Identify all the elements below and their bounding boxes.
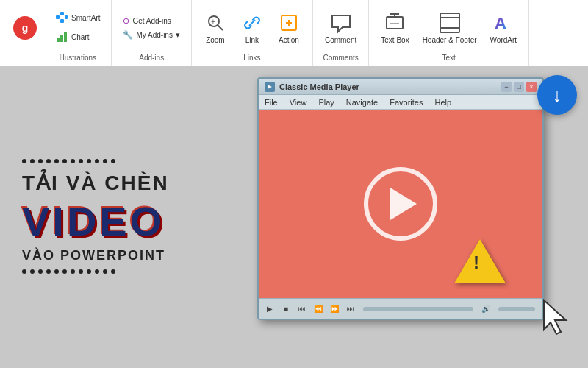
dot: [103, 159, 107, 163]
volume-bar[interactable]: [498, 307, 535, 311]
dot: [62, 269, 67, 274]
progress-bar[interactable]: [363, 307, 473, 311]
close-button[interactable]: ×: [526, 82, 537, 92]
dots-bottom: [22, 269, 115, 274]
rewind-button[interactable]: ⏪: [312, 302, 325, 316]
link-button[interactable]: Link: [236, 8, 268, 47]
menu-play[interactable]: Play: [317, 98, 335, 107]
download-button[interactable]: ↓: [537, 75, 577, 115]
svg-rect-1: [60, 12, 64, 15]
textbox-button[interactable]: Text Box: [376, 8, 413, 47]
svg-text:+: +: [211, 18, 215, 26]
zoom-button[interactable]: + Zoom: [199, 8, 232, 47]
play-ctrl-button[interactable]: ▶: [263, 302, 276, 316]
smartart-button[interactable]: SmartArt: [51, 10, 104, 27]
textbox-icon: [383, 11, 406, 35]
svg-marker-20: [544, 300, 566, 334]
player-titlebar: Classic Media Player − □ ×: [259, 79, 542, 95]
svg-rect-6: [64, 32, 67, 42]
player-menubar: File View Play Navigate Favorites Help: [259, 95, 542, 110]
getaddins-icon: ⊕: [123, 16, 129, 26]
ribbon-bar: g SmartArt Chart Illustrations: [0, 0, 588, 66]
svg-rect-11: [387, 17, 403, 29]
cursor-icon: [540, 299, 570, 339]
dot: [103, 269, 107, 274]
dot: [54, 159, 59, 163]
dot: [46, 159, 51, 163]
links-group-label: Links: [243, 54, 260, 62]
chart-icon: [55, 30, 68, 45]
dot: [62, 159, 67, 163]
menu-view[interactable]: View: [288, 98, 309, 107]
comment-label: Comment: [325, 36, 356, 44]
stop-ctrl-button[interactable]: ■: [279, 302, 293, 316]
header-footer-button[interactable]: Header & Footer: [418, 8, 481, 47]
comment-icon: [329, 11, 353, 35]
maximize-button[interactable]: □: [514, 82, 524, 92]
dot: [30, 269, 35, 274]
next-button[interactable]: ⏭: [344, 302, 357, 316]
play-icon: [390, 188, 417, 220]
volume-icon: 🔊: [479, 302, 492, 316]
addins-stack: ⊕ Get Add-ins 🔧 My Add-ins ▾: [119, 15, 183, 41]
menu-navigate[interactable]: Navigate: [345, 98, 379, 107]
action-button[interactable]: Action: [273, 8, 305, 47]
myaddin-dropdown-icon: ▾: [176, 30, 180, 40]
logo-section: g: [6, 0, 44, 66]
play-button[interactable]: [364, 167, 437, 241]
headline-line1: TẢI VÀ CHÈN: [22, 171, 169, 195]
getaddins-label: Get Add-ins: [132, 17, 171, 25]
getaddins-button[interactable]: ⊕ Get Add-ins: [119, 15, 183, 27]
link-icon: [240, 11, 264, 35]
action-label: Action: [279, 36, 299, 44]
logo-letter: g: [22, 22, 29, 34]
chart-label: Chart: [71, 33, 89, 41]
forward-button[interactable]: ⏩: [328, 302, 341, 316]
player-window-buttons: − □ ×: [501, 82, 537, 92]
action-icon: [277, 11, 301, 35]
warning-triangle: [454, 239, 506, 283]
dot: [46, 269, 51, 274]
zoom-label: Zoom: [206, 36, 225, 44]
dot: [111, 159, 115, 163]
ribbon-group-comments: Comment Comments: [313, 0, 369, 66]
svg-rect-15: [440, 13, 459, 32]
dot: [38, 159, 43, 163]
smartart-label: SmartArt: [71, 14, 100, 22]
myaddin-label: My Add-ins: [136, 31, 172, 39]
dot: [71, 269, 75, 274]
dot: [95, 159, 99, 163]
myaddin-icon: 🔧: [123, 30, 133, 40]
dot: [87, 269, 91, 274]
wordart-button[interactable]: A WordArt: [486, 8, 522, 47]
comments-group-label: Comments: [323, 54, 358, 62]
dot: [38, 269, 43, 274]
link-label: Link: [245, 36, 259, 44]
headline-line2: VIDEO: [22, 201, 165, 242]
svg-rect-3: [65, 15, 68, 19]
myaddin-button[interactable]: 🔧 My Add-ins ▾: [119, 29, 183, 41]
chart-button[interactable]: Chart: [51, 29, 104, 46]
left-text-section: TẢI VÀ CHÈN VIDEO VÀO POWERPOINT: [22, 159, 243, 275]
svg-text:A: A: [495, 14, 506, 32]
ribbon-group-illustrations: SmartArt Chart Illustrations: [44, 0, 112, 66]
svg-rect-4: [57, 38, 60, 42]
ribbon-group-text: Text Box Header & Footer A WordArt Text: [369, 0, 529, 66]
menu-favorites[interactable]: Favorites: [388, 98, 424, 107]
comment-button[interactable]: Comment: [320, 8, 361, 47]
header-footer-label: Header & Footer: [423, 36, 477, 44]
menu-file[interactable]: File: [263, 98, 279, 107]
menu-help[interactable]: Help: [433, 98, 453, 107]
textbox-label: Text Box: [381, 36, 409, 44]
download-icon: ↓: [553, 85, 562, 105]
dot: [22, 159, 26, 163]
minimize-button[interactable]: −: [501, 82, 512, 92]
dot: [79, 269, 83, 274]
header-footer-icon: [438, 11, 462, 35]
dot: [79, 159, 83, 163]
prev-button[interactable]: ⏮: [295, 302, 309, 316]
svg-line-8: [218, 25, 223, 30]
illustrations-group-label: Illustrations: [59, 54, 96, 62]
illustrations-stack: SmartArt Chart: [51, 10, 104, 46]
dot: [87, 159, 91, 163]
